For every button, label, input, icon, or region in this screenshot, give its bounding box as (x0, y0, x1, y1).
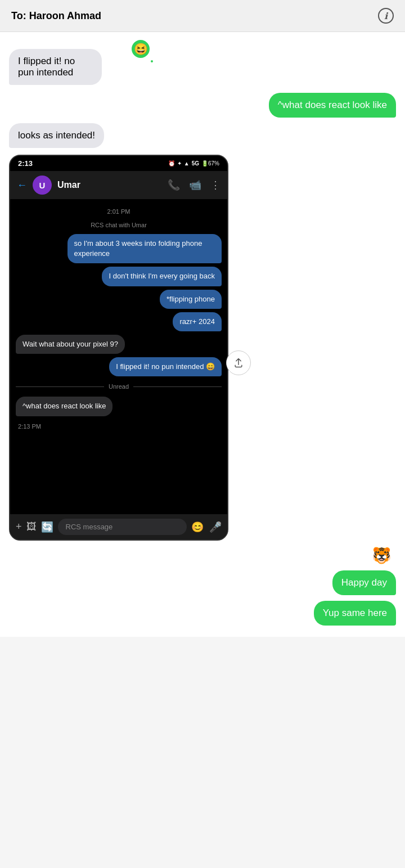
phone-message-input[interactable]: RCS message (58, 519, 187, 535)
phone-bubble-sent: I don't think I'm every going back (102, 267, 222, 286)
phone-topbar-icons: 📞 📹 ⋮ (168, 179, 220, 191)
phone-bubble-received-unread: ^what does react look like (16, 397, 112, 416)
phone-more-icon[interactable]: ⋮ (210, 179, 220, 191)
chat-area: I flipped it! no pun intended 😆 ^what do… (0, 32, 405, 637)
reaction-dot (150, 59, 154, 64)
to-text: To: (11, 10, 26, 21)
message-header: To: Haroon Ahmad ℹ (0, 0, 405, 32)
phone-chat: 2:01 PM RCS chat with Umar so I'm about … (10, 199, 227, 514)
phone-refresh-icon[interactable]: 🔄 (41, 521, 53, 533)
status-icons: ⏰ ✦ ▲ 5G 🔋67% (168, 160, 219, 167)
bubble-sent-happy-day: Happy day (332, 570, 396, 595)
share-button[interactable] (226, 350, 251, 375)
phone-call-icon[interactable]: 📞 (168, 179, 180, 191)
phone-bubble-sent: razr+ 2024 (173, 312, 222, 331)
phone-bubble-sent: *flipping phone (160, 290, 222, 309)
phone-input-bar: + 🖼 🔄 RCS message 😊 🎤 (10, 514, 227, 539)
screenshot-wrapper: 2:13 ⏰ ✦ ▲ 5G 🔋67% ← U Umar 📞 📹 (9, 154, 396, 541)
phone-contact-name[interactable]: Umar (57, 180, 162, 190)
contact-avatar: U (33, 176, 52, 195)
phone-bubble-sent: so I'm about 3 weeks into folding phone … (68, 234, 222, 263)
info-icon[interactable]: ℹ (378, 8, 394, 24)
bubble-sent: ^what does react look like (269, 93, 396, 118)
message-received-reaction: I flipped it! no pun intended 😆 (9, 49, 142, 85)
unread-divider: Unread (16, 383, 222, 390)
share-icon (233, 357, 244, 368)
phone-mic-icon[interactable]: 🎤 (209, 521, 222, 533)
contact-name[interactable]: Haroon Ahmad (29, 10, 101, 21)
phone-chat-timestamp: 2:01 PM (16, 208, 222, 215)
phone-statusbar: 2:13 ⏰ ✦ ▲ 5G 🔋67% (10, 156, 227, 171)
phone-topbar: ← U Umar 📞 📹 ⋮ (10, 171, 227, 199)
phone-add-icon[interactable]: + (16, 521, 22, 533)
tiger-emoji: 🐯 (372, 546, 392, 565)
phone-bubble-sent: I flipped it! no pun intended 😄 (109, 357, 222, 376)
phone-time: 2:13 (18, 159, 33, 168)
share-button-wrapper (235, 350, 260, 375)
phone-screenshot: 2:13 ⏰ ✦ ▲ 5G 🔋67% ← U Umar 📞 📹 (9, 155, 228, 541)
back-button[interactable]: ← (17, 179, 27, 191)
reaction-emoji: 😆 (130, 39, 151, 59)
phone-video-icon[interactable]: 📹 (189, 179, 201, 191)
recipient-label: To: Haroon Ahmad (11, 10, 101, 22)
phone-message-time: 2:13 PM (16, 423, 222, 430)
bubble-received: looks as intended! (9, 123, 104, 148)
phone-input-right-icons: 😊 🎤 (191, 521, 222, 533)
phone-emoji-icon[interactable]: 😊 (191, 521, 204, 533)
bubble-received: I flipped it! no pun intended (9, 49, 102, 85)
phone-image-icon[interactable]: 🖼 (26, 521, 37, 533)
phone-bubble-received: Wait what about your pixel 9? (16, 335, 125, 354)
bubble-sent-yup: Yup same here (314, 601, 396, 626)
rcs-chat-label: RCS chat with Umar (16, 222, 222, 228)
